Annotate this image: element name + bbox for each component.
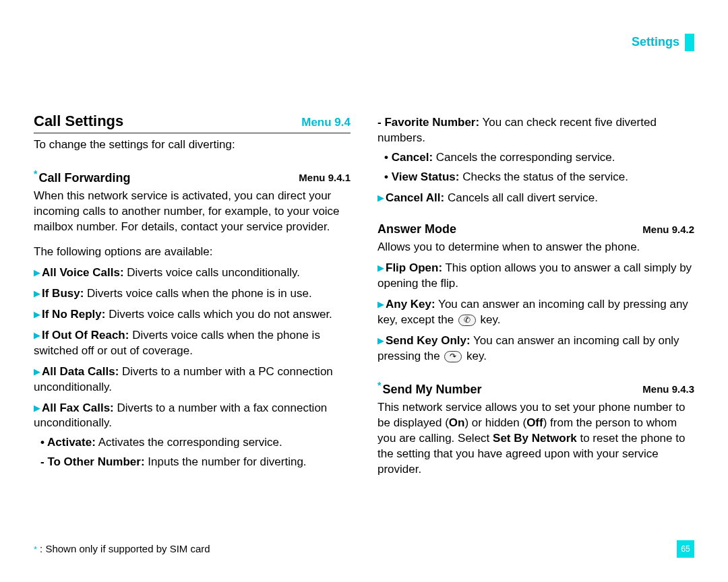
bullet-icon: ▶	[34, 309, 40, 321]
footnote: *: Shown only if supported by SIM card	[34, 542, 210, 556]
bullet-icon: ▶	[34, 402, 40, 414]
bullet-icon: ▶	[377, 192, 384, 204]
opt-if-busy: ▶If Busy: Diverts voice calls when the p…	[34, 286, 351, 302]
bullet-icon: ▶	[377, 335, 384, 347]
cf-body2: The following options are available:	[34, 245, 351, 260]
send-key-icon: ↷	[444, 351, 462, 362]
h2-menu: Menu 9.4.3	[642, 383, 694, 396]
smn-body: This network service allows you to set y…	[377, 400, 694, 478]
bullet-icon: ▶	[377, 298, 384, 311]
bullet-icon: ▶	[34, 288, 40, 300]
bullet-icon: ▶	[377, 262, 384, 274]
star-icon: *	[377, 380, 381, 391]
h2-menu: Menu 9.4.1	[299, 171, 351, 185]
h1-menu: Menu 9.4	[301, 115, 351, 131]
opt-flip-open: ▶Flip Open: This option allows you to an…	[377, 261, 694, 292]
h2-title: Call Forwarding	[38, 170, 130, 184]
opt-if-no-reply: ▶If No Reply: Diverts voice calls which …	[34, 307, 351, 323]
bullet-icon: ▶	[34, 267, 40, 279]
page-number: 65	[677, 540, 694, 558]
am-body: Allows you to determine when to answer t…	[377, 240, 694, 255]
star-icon: *	[34, 168, 37, 179]
page-footer: *: Shown only if supported by SIM card 6…	[34, 540, 694, 558]
opt-if-out: ▶If Out Of Reach: Diverts voice calls wh…	[34, 328, 351, 359]
right-column: - Favorite Number: You can check recent …	[377, 111, 694, 478]
section-tab: Settings	[632, 34, 694, 51]
bullet-icon: ▶	[34, 366, 40, 378]
content-columns: Call Settings Menu 9.4 To change the set…	[34, 111, 694, 478]
h2-menu: Menu 9.4.2	[642, 223, 694, 236]
sub-to-other-number: - To Other Number: Inputs the number for…	[34, 455, 351, 470]
h2-send-my-number: *Send My Number Menu 9.4.3	[377, 379, 694, 398]
star-icon: *	[34, 544, 37, 554]
section-accent-bar	[685, 34, 694, 51]
sub-activate: • Activate: Activates the corresponding …	[34, 435, 351, 451]
cf-body1: When this network service is activated, …	[34, 189, 351, 235]
sub-view-status: • View Status: Checks the status of the …	[377, 170, 694, 185]
h2-title: Send My Number	[382, 382, 481, 395]
opt-cancel-all: ▶Cancel All: Cancels all call divert ser…	[377, 191, 694, 206]
left-column: Call Settings Menu 9.4 To change the set…	[34, 111, 351, 478]
bullet-icon: ▶	[34, 329, 40, 342]
h2-title: Answer Mode	[377, 221, 456, 237]
sub-favorite-number: - Favorite Number: You can check recent …	[377, 115, 694, 146]
h2-call-forwarding: *Call Forwarding Menu 9.4.1	[34, 168, 351, 187]
sub-cancel: • Cancel: Cancels the corresponding serv…	[377, 150, 694, 166]
section-title: Settings	[632, 34, 684, 51]
end-key-icon: ✆	[458, 315, 476, 326]
opt-all-data: ▶All Data Calls: Diverts to a number wit…	[34, 364, 351, 395]
opt-all-voice: ▶All Voice Calls: Diverts voice calls un…	[34, 265, 351, 281]
h1-call-settings: Call Settings Menu 9.4	[34, 111, 351, 133]
manual-page: Settings Call Settings Menu 9.4 To chang…	[0, 0, 728, 582]
h2-answer-mode: Answer Mode Menu 9.4.2	[377, 221, 694, 237]
opt-all-fax: ▶All Fax Calls: Diverts to a number with…	[34, 401, 351, 432]
intro-text: To change the settings for call divertin…	[34, 137, 351, 153]
opt-any-key: ▶Any Key: You can answer an incoming cal…	[377, 297, 694, 328]
opt-send-key-only: ▶Send Key Only: You can answer an incomi…	[377, 333, 694, 364]
h1-title: Call Settings	[34, 111, 123, 131]
